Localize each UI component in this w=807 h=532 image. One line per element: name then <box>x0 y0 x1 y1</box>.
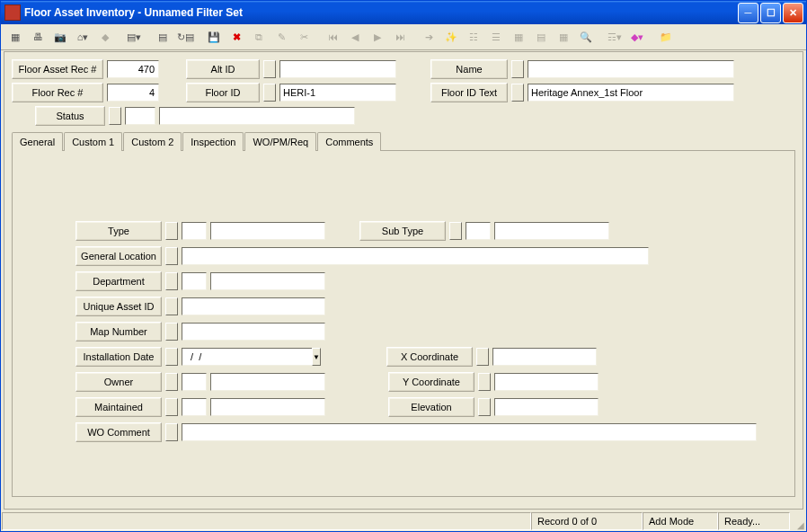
subtype-picker[interactable] <box>449 222 462 240</box>
minimize-button[interactable]: ─ <box>738 3 758 23</box>
status-code-field[interactable] <box>125 107 155 125</box>
table-icon[interactable]: ▤ <box>530 26 552 48</box>
status-picker[interactable] <box>109 107 121 125</box>
floor-asset-rec-label: Floor Asset Rec # <box>12 59 103 79</box>
calc-icon[interactable]: ☶▾ <box>604 26 625 48</box>
department-text-field[interactable] <box>210 272 325 290</box>
elevation-field[interactable] <box>494 398 599 416</box>
folder-icon[interactable]: 📁 <box>655 26 677 48</box>
type-picker[interactable] <box>165 222 178 240</box>
wand-icon[interactable]: ✨ <box>440 26 462 48</box>
x-coordinate-picker[interactable] <box>476 348 489 366</box>
floor-id-text-field[interactable] <box>528 84 734 102</box>
department-picker[interactable] <box>165 272 178 290</box>
subtype-text-field[interactable] <box>494 222 609 240</box>
tab-page-general: Type Sub Type General Location Departmen… <box>12 150 795 497</box>
doc-plus-icon[interactable]: ▤ <box>152 26 173 48</box>
diamond-icon[interactable]: ◆ <box>94 26 116 48</box>
tab-general[interactable]: General <box>12 132 63 151</box>
elevation-picker[interactable] <box>478 398 491 416</box>
chevron-down-icon[interactable]: ▼ <box>312 348 321 366</box>
alt-id-picker[interactable] <box>263 60 276 78</box>
cut-icon[interactable]: ✂ <box>293 26 315 48</box>
alt-id-field[interactable] <box>279 60 396 78</box>
maximize-button[interactable]: ☐ <box>760 3 781 23</box>
resize-grip-icon[interactable]: ◢ <box>790 512 805 530</box>
map-number-field[interactable] <box>182 323 325 341</box>
tab-wo-pm-req[interactable]: WO/PM/Req <box>244 132 316 151</box>
title-bar: Floor Asset Inventory - Unnamed Filter S… <box>1 1 806 24</box>
app-icon <box>4 4 21 21</box>
camera-icon[interactable]: 📷 <box>49 26 71 48</box>
maintained-label: Maintained <box>75 397 162 417</box>
map-number-picker[interactable] <box>165 323 178 341</box>
delete-icon[interactable]: ✖ <box>226 26 247 48</box>
tab-custom-2[interactable]: Custom 2 <box>123 132 182 151</box>
subtype-code-field[interactable] <box>466 222 491 240</box>
subtype-label: Sub Type <box>359 221 446 241</box>
department-code-field[interactable] <box>182 272 207 290</box>
floor-id-field[interactable] <box>279 84 396 102</box>
nav-last-icon[interactable]: ⏭ <box>389 26 411 48</box>
installation-date-label: Installation Date <box>75 347 162 367</box>
maintained-text-field[interactable] <box>210 398 325 416</box>
type-text-field[interactable] <box>210 222 325 240</box>
close-button[interactable]: ✕ <box>783 3 803 23</box>
status-text-field[interactable] <box>159 107 355 125</box>
floor-rec-field[interactable] <box>107 84 159 102</box>
floor-id-picker[interactable] <box>263 84 276 102</box>
tree-icon[interactable]: ☷ <box>463 26 484 48</box>
doc-refresh-icon[interactable]: ↻▤ <box>174 26 196 48</box>
wo-comment-field[interactable] <box>182 423 757 441</box>
app-window: Floor Asset Inventory - Unnamed Filter S… <box>0 0 807 532</box>
name-field[interactable] <box>528 60 734 78</box>
installation-date-field[interactable] <box>182 348 312 366</box>
save-icon[interactable]: 💾 <box>203 26 225 48</box>
tab-strip: General Custom 1 Custom 2 Inspection WO/… <box>12 132 795 151</box>
y-coordinate-picker[interactable] <box>478 373 491 391</box>
alt-id-label: Alt ID <box>186 59 260 79</box>
y-coordinate-label: Y Coordinate <box>388 372 474 392</box>
nav-next-icon[interactable]: ▶ <box>367 26 388 48</box>
x-coordinate-field[interactable] <box>492 348 597 366</box>
nav-first-icon[interactable]: ⏮ <box>322 26 343 48</box>
type-code-field[interactable] <box>182 222 207 240</box>
floor-id-text-picker[interactable] <box>511 84 524 102</box>
help-icon[interactable]: ◆▾ <box>626 26 648 48</box>
unique-asset-id-picker[interactable] <box>165 297 178 315</box>
goto-icon[interactable]: ➔ <box>418 26 439 48</box>
y-coordinate-field[interactable] <box>494 373 599 391</box>
print-icon[interactable]: 🖶 <box>27 26 49 48</box>
document-icon[interactable]: ▤▾ <box>123 26 145 48</box>
nav-prev-icon[interactable]: ◀ <box>344 26 366 48</box>
wo-comment-picker[interactable] <box>165 423 178 441</box>
list-icon[interactable]: ▦ <box>508 26 529 48</box>
hierarchy-icon[interactable]: ☰ <box>485 26 507 48</box>
tab-inspection[interactable]: Inspection <box>182 132 244 151</box>
installation-date-picker[interactable] <box>165 348 178 366</box>
floor-asset-rec-field[interactable] <box>107 60 159 78</box>
name-label: Name <box>430 59 508 79</box>
owner-text-field[interactable] <box>210 373 325 391</box>
installation-date-combo[interactable]: ▼ <box>182 348 253 366</box>
maintained-picker[interactable] <box>165 398 178 416</box>
status-ready: Ready... <box>718 512 790 530</box>
name-picker[interactable] <box>511 60 524 78</box>
search-icon[interactable]: 🔍 <box>575 26 597 48</box>
owner-code-field[interactable] <box>182 373 207 391</box>
window-title: Floor Asset Inventory - Unnamed Filter S… <box>24 6 243 19</box>
spreadsheet-icon[interactable]: ▦ <box>553 26 574 48</box>
unique-asset-id-field[interactable] <box>182 297 325 315</box>
general-location-field[interactable] <box>182 247 649 265</box>
edit-icon[interactable]: ✎ <box>270 26 292 48</box>
home-icon[interactable]: ⌂▾ <box>72 26 93 48</box>
floor-id-label: Floor ID <box>186 83 260 102</box>
maintained-code-field[interactable] <box>182 398 207 416</box>
status-record: Record 0 of 0 <box>531 512 643 530</box>
duplicate-icon[interactable]: ⧉ <box>248 26 270 48</box>
tab-custom-1[interactable]: Custom 1 <box>64 132 122 151</box>
owner-picker[interactable] <box>165 373 178 391</box>
general-location-picker[interactable] <box>165 247 178 265</box>
tab-comments[interactable]: Comments <box>317 132 381 151</box>
tool-grid-icon[interactable]: ▦ <box>4 26 26 48</box>
